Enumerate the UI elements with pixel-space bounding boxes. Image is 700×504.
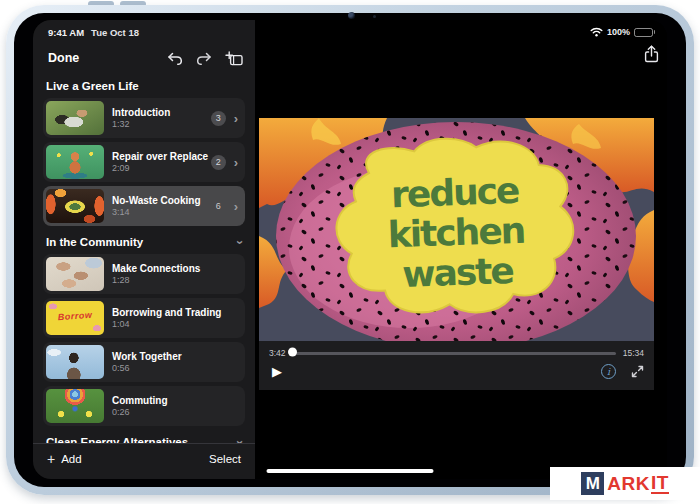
front-camera xyxy=(348,12,355,19)
section-header-in-the-community[interactable]: In the Community › xyxy=(43,230,245,254)
lesson-row-work-together[interactable]: Work Together 0:56 xyxy=(43,342,245,382)
redo-icon[interactable] xyxy=(196,52,212,65)
sidebar-toolbar: Done xyxy=(33,44,255,72)
playback-controls: 3:42 15:34 ▶ i xyxy=(259,341,654,390)
done-button[interactable]: Done xyxy=(48,51,79,65)
video-surface[interactable]: reduce kitchen waste xyxy=(259,118,654,341)
chevron-right-icon: › xyxy=(234,112,238,125)
lesson-row-commuting[interactable]: Commuting 0:26 xyxy=(43,386,245,426)
video-thumbnail: Borrow xyxy=(46,301,104,335)
play-button[interactable]: ▶ xyxy=(272,365,282,378)
mic-dot xyxy=(373,15,376,18)
video-thumbnail xyxy=(46,389,104,423)
total-time: 15:34 xyxy=(623,348,644,358)
count-badge: 3 xyxy=(211,111,226,126)
lesson-sidebar: Done xyxy=(33,20,255,479)
lesson-list: Live a Green Life Introduction 1:32 3 › … xyxy=(33,72,255,443)
elapsed-time: 3:42 xyxy=(269,348,286,358)
section-header-clean-energy-alternatives[interactable]: Clean Energy Alternatives › xyxy=(43,430,245,443)
lesson-row-borrowing-and-trading[interactable]: Borrow Borrowing and Trading 1:04 xyxy=(43,298,245,338)
count-badge: 2 xyxy=(211,155,226,170)
video-title-line-1: reduce xyxy=(390,170,519,215)
lesson-row-introduction[interactable]: Introduction 1:32 3 › xyxy=(43,98,245,138)
lesson-row-make-connections[interactable]: Make Connections 1:28 xyxy=(43,254,245,294)
add-clip-icon[interactable] xyxy=(225,51,243,66)
progress-knob[interactable] xyxy=(288,347,297,356)
lesson-row-repair-over-replace[interactable]: Repair over Replace 2:09 2 › xyxy=(43,142,245,182)
video-frame-art: reduce kitchen waste xyxy=(259,118,654,341)
video-thumbnail xyxy=(46,257,104,291)
chevron-down-icon: › xyxy=(233,240,246,244)
main-area: reduce kitchen waste 3:42 xyxy=(255,20,667,479)
share-icon[interactable] xyxy=(644,45,659,63)
chevron-right-icon: › xyxy=(234,200,238,213)
plus-icon: + xyxy=(47,452,55,466)
video-title-line-3: waste xyxy=(401,250,514,295)
home-indicator[interactable] xyxy=(267,469,434,474)
add-button[interactable]: + Add xyxy=(47,452,82,466)
count-badge: 6 xyxy=(211,199,226,214)
video-title-line-2: kitchen xyxy=(387,210,525,256)
video-thumbnail xyxy=(46,145,104,179)
screen: 9:41 AM Tue Oct 18 100% Done xyxy=(33,20,667,479)
section-header-live-a-green-life[interactable]: Live a Green Life xyxy=(43,74,245,98)
sidebar-footer: + Add Select xyxy=(33,443,255,474)
markit-watermark: M ARK IT xyxy=(550,467,700,500)
info-icon[interactable]: i xyxy=(601,364,616,379)
thumbnail-art-text: Borrow xyxy=(46,309,104,323)
ipad-mockup: 9:41 AM Tue Oct 18 100% Done xyxy=(0,0,700,504)
fullscreen-icon[interactable] xyxy=(631,365,644,378)
video-thumbnail xyxy=(46,101,104,135)
progress-track[interactable] xyxy=(293,352,616,355)
lesson-row-no-waste-cooking[interactable]: No-Waste Cooking 3:14 6 › xyxy=(43,186,245,226)
undo-icon[interactable] xyxy=(167,52,183,65)
watermark-logo-m: M xyxy=(581,472,604,495)
video-thumbnail xyxy=(46,345,104,379)
video-thumbnail xyxy=(46,189,104,223)
chevron-right-icon: › xyxy=(234,156,238,169)
video-player: reduce kitchen waste 3:42 xyxy=(259,118,654,390)
chevron-down-icon: › xyxy=(233,440,246,443)
select-button[interactable]: Select xyxy=(209,453,241,465)
